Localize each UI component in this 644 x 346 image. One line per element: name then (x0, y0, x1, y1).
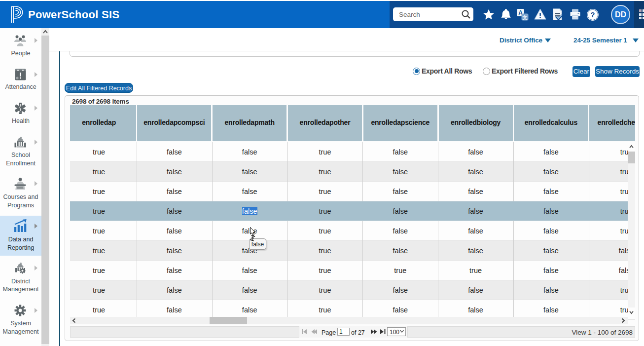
svg-text:文: 文 (522, 15, 528, 20)
svg-text:?: ? (591, 11, 595, 19)
